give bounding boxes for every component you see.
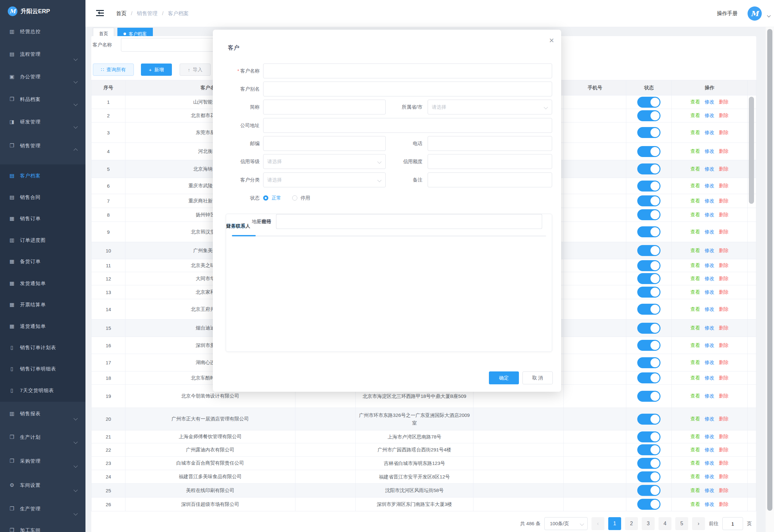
edit-link[interactable]: 修改	[705, 360, 714, 366]
view-link[interactable]: 查看	[690, 99, 700, 105]
status-toggle[interactable]	[637, 372, 660, 383]
status-toggle[interactable]	[637, 97, 660, 108]
status-toggle[interactable]	[637, 127, 660, 138]
status-toggle[interactable]	[637, 226, 660, 237]
delete-link[interactable]: 删除	[719, 488, 729, 494]
status-toggle[interactable]	[637, 260, 660, 271]
page-number-button[interactable]: 2	[625, 517, 638, 530]
view-link[interactable]: 查看	[690, 212, 700, 218]
edit-link[interactable]: 修改	[705, 248, 714, 254]
view-link[interactable]: 查看	[690, 289, 700, 295]
delete-link[interactable]: 删除	[719, 99, 729, 105]
delete-link[interactable]: 删除	[719, 166, 729, 172]
delete-link[interactable]: 删除	[719, 130, 729, 136]
status-toggle[interactable]	[637, 357, 660, 368]
cancel-button[interactable]: 取 消	[522, 371, 553, 384]
sidebar-item[interactable]: ▯ 销售订单明细表	[0, 363, 85, 375]
prev-page-button[interactable]: ‹	[591, 517, 604, 530]
delete-link[interactable]: 删除	[719, 474, 729, 480]
view-link[interactable]: 查看	[690, 501, 700, 507]
breadcrumb-sales[interactable]: 销售管理	[137, 10, 157, 17]
status-toggle[interactable]	[637, 287, 660, 298]
category-select[interactable]: 请选择	[263, 172, 386, 187]
status-toggle[interactable]	[637, 110, 660, 121]
delete-link[interactable]: 删除	[719, 248, 729, 254]
sidebar-item[interactable]: ▦ 开票结算单	[0, 299, 85, 310]
credit-limit-field[interactable]	[428, 154, 552, 169]
company-address-field[interactable]	[263, 118, 552, 133]
delete-link[interactable]: 删除	[719, 306, 729, 312]
delete-link[interactable]: 删除	[719, 276, 729, 282]
status-toggle[interactable]	[637, 499, 660, 510]
edit-link[interactable]: 修改	[705, 342, 714, 349]
add-button[interactable]: + 新增	[141, 64, 172, 76]
status-toggle[interactable]	[637, 391, 660, 402]
status-toggle[interactable]	[637, 340, 660, 351]
status-toggle[interactable]	[637, 146, 660, 157]
edit-link[interactable]: 修改	[705, 434, 714, 440]
status-toggle[interactable]	[637, 304, 660, 315]
view-link[interactable]: 查看	[690, 148, 700, 154]
view-link[interactable]: 查看	[690, 276, 700, 282]
view-link[interactable]: 查看	[690, 130, 700, 136]
page-number-button[interactable]: 5	[675, 517, 688, 530]
edit-link[interactable]: 修改	[705, 148, 714, 154]
alias-field[interactable]	[263, 82, 552, 96]
sidebar-item[interactable]: ❐ 料品档案	[0, 94, 85, 105]
edit-link[interactable]: 修改	[705, 262, 714, 269]
status-toggle[interactable]	[637, 471, 660, 482]
manual-link[interactable]: 操作手册	[717, 0, 738, 27]
view-link[interactable]: 查看	[690, 488, 700, 494]
delete-link[interactable]: 删除	[719, 393, 729, 399]
short-name-field[interactable]	[263, 100, 386, 114]
edit-link[interactable]: 修改	[705, 375, 714, 381]
status-toggle[interactable]	[637, 444, 660, 455]
table-scrollbar-thumb[interactable]	[749, 97, 754, 204]
customer-name-field[interactable]	[263, 64, 552, 78]
delete-link[interactable]: 删除	[719, 198, 729, 204]
status-toggle[interactable]	[637, 485, 660, 496]
status-toggle[interactable]	[637, 273, 660, 284]
zip-field[interactable]	[263, 136, 386, 151]
sidebar-item[interactable]: ▦ 销售订单	[0, 213, 85, 224]
view-link[interactable]: 查看	[690, 183, 700, 189]
delete-link[interactable]: 删除	[719, 262, 729, 269]
edit-link[interactable]: 修改	[705, 212, 714, 218]
view-link[interactable]: 查看	[690, 198, 700, 204]
view-link[interactable]: 查看	[690, 166, 700, 172]
status-disabled-radio[interactable]: 停用	[292, 195, 310, 201]
edit-link[interactable]: 修改	[705, 99, 714, 105]
sidebar-item[interactable]: ▦ 退货通知单	[0, 320, 85, 332]
edit-link[interactable]: 修改	[705, 289, 714, 295]
delete-link[interactable]: 删除	[719, 183, 729, 189]
sidebar-item[interactable]: ▤ 客户档案	[0, 170, 85, 182]
sidebar-item[interactable]: ▥ 经营总控	[0, 26, 85, 37]
status-toggle[interactable]	[637, 163, 660, 174]
sidebar-item[interactable]: ❐ 生产计划	[0, 431, 85, 443]
sidebar-item[interactable]: ▤ 流程管理	[0, 48, 85, 60]
edit-link[interactable]: 修改	[705, 325, 714, 331]
sidebar-item[interactable]: ▥ 销售报表	[0, 408, 85, 419]
view-link[interactable]: 查看	[690, 416, 700, 422]
edit-link[interactable]: 修改	[705, 198, 714, 204]
avatar-chevron-down-icon[interactable]	[767, 14, 770, 17]
edit-link[interactable]: 修改	[705, 130, 714, 136]
sidebar-item[interactable]: ❐ 销售管理	[0, 140, 85, 152]
edit-link[interactable]: 修改	[705, 501, 714, 507]
page-scrollbar-thumb[interactable]	[767, 29, 772, 511]
edit-link[interactable]: 修改	[705, 113, 714, 119]
sidebar-item[interactable]: ▦ 发货通知单	[0, 278, 85, 289]
delete-link[interactable]: 删除	[719, 342, 729, 349]
delete-link[interactable]: 删除	[719, 289, 729, 295]
query-all-button[interactable]: ∷ 查询所有	[93, 64, 134, 76]
delete-link[interactable]: 删除	[719, 416, 729, 422]
edit-link[interactable]: 修改	[705, 488, 714, 494]
delete-link[interactable]: 删除	[719, 360, 729, 366]
avatar[interactable]: M	[748, 6, 762, 21]
breadcrumb-home[interactable]: 首页	[116, 10, 126, 17]
confirm-button[interactable]: 确定	[489, 371, 519, 384]
status-toggle[interactable]	[637, 209, 660, 220]
view-link[interactable]: 查看	[690, 375, 700, 381]
edit-link[interactable]: 修改	[705, 416, 714, 422]
view-link[interactable]: 查看	[690, 474, 700, 480]
